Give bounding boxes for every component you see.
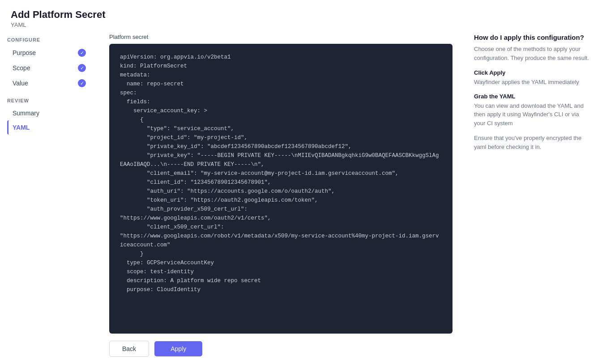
help-method1-title: Click Apply: [474, 69, 591, 76]
page-header: Add Platform Secret YAML: [0, 0, 602, 34]
platform-secret-label: Platform secret: [109, 34, 453, 40]
review-section-label: REVIEW: [7, 98, 91, 103]
help-method2-desc: You can view and download the YAML and t…: [474, 102, 591, 128]
help-panel: How do I apply this configuration? Choos…: [463, 34, 602, 364]
sidebar: CONFIGURE Purpose ✓ Scope ✓ Value ✓ REVI…: [0, 34, 98, 364]
scope-check-icon: ✓: [78, 64, 86, 72]
sidebar-label-scope: Scope: [13, 64, 30, 72]
purpose-check-icon: ✓: [78, 49, 86, 57]
sidebar-item-summary[interactable]: Summary: [7, 106, 91, 120]
main-content: CONFIGURE Purpose ✓ Scope ✓ Value ✓ REVI…: [0, 34, 602, 364]
help-intro: Choose one of the methods to apply your …: [474, 45, 591, 62]
configure-section-label: CONFIGURE: [7, 37, 91, 42]
page-subtitle: YAML: [11, 21, 591, 28]
sidebar-item-purpose[interactable]: Purpose ✓: [7, 45, 91, 60]
sidebar-item-value[interactable]: Value ✓: [7, 76, 91, 91]
sidebar-label-purpose: Purpose: [13, 49, 36, 56]
apply-button[interactable]: Apply: [154, 341, 202, 356]
help-method1-desc: Wayfinder applies the YAML immediately: [474, 78, 591, 87]
help-title: How do I apply this configuration?: [474, 34, 591, 41]
code-block: apiVersion: org.appvia.io/v2beta1 kind: …: [109, 44, 453, 334]
sidebar-label-value: Value: [13, 80, 28, 87]
value-check-icon: ✓: [78, 79, 86, 87]
sidebar-item-scope[interactable]: Scope ✓: [7, 60, 91, 76]
help-note: Ensure that you've properly encrypted th…: [474, 134, 591, 151]
content-panel: Platform secret apiVersion: org.appvia.i…: [98, 34, 463, 364]
help-method2-title: Grab the YAML: [474, 93, 591, 100]
page-title: Add Platform Secret: [11, 9, 591, 21]
sidebar-label-summary: Summary: [13, 110, 39, 117]
sidebar-label-yaml: YAML: [13, 124, 30, 131]
button-row: Back Apply: [109, 334, 453, 364]
back-button[interactable]: Back: [109, 341, 149, 357]
sidebar-item-yaml[interactable]: YAML: [7, 120, 91, 135]
page-container: Add Platform Secret YAML CONFIGURE Purpo…: [0, 0, 602, 364]
